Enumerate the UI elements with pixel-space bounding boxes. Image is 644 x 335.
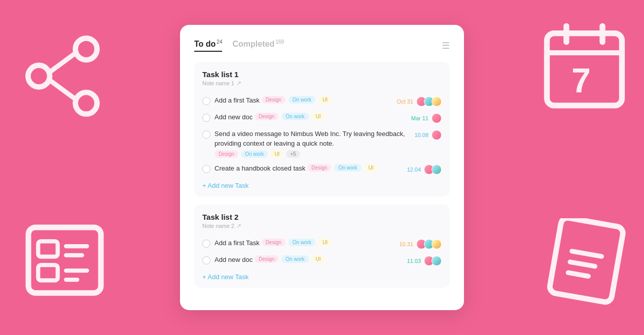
task-meta: 11.03 <box>407 255 442 266</box>
task-date: Mar 11 <box>411 115 428 121</box>
task-date: 10.31 <box>399 241 413 247</box>
avatar <box>432 96 442 107</box>
tab-completed-count: 169 <box>275 39 284 45</box>
svg-rect-5 <box>547 34 622 106</box>
task-tag: UI <box>312 113 325 120</box>
calendar-icon-decoration: 7 <box>540 20 629 114</box>
svg-line-18 <box>572 251 601 256</box>
task-tag: On work <box>289 96 315 104</box>
task-content: Add a first TaskDesignOn workUI <box>214 239 395 248</box>
task-section-1: Task list 1Note name 1 ↗Add a first Task… <box>194 62 450 196</box>
add-task-button[interactable]: + Add new Task <box>202 272 248 282</box>
task-checkbox[interactable] <box>202 97 210 105</box>
task-text: Add a first Task <box>214 96 260 105</box>
task-tag: UI <box>270 150 283 158</box>
task-tag: UI <box>318 239 332 246</box>
table-row: Add new docDesignOn workUIMar 11 <box>202 110 442 126</box>
tab-todo[interactable]: To do24 <box>194 39 222 52</box>
svg-line-4 <box>50 80 76 99</box>
task-text: Add new doc <box>214 255 253 264</box>
task-checkbox[interactable] <box>202 114 210 122</box>
table-row: Add a first TaskDesignOn workUI10.31 <box>202 236 442 252</box>
task-date: 10.08 <box>414 132 428 138</box>
tab-completed-label: Completed <box>232 40 274 48</box>
svg-rect-17 <box>549 218 624 303</box>
svg-point-0 <box>28 65 50 87</box>
task-tag: Design <box>262 239 285 246</box>
task-section-2: Task list 2Note name 2 ↗Add a first Task… <box>194 205 450 288</box>
tabs-bar: To do24 Completed169 ☰ <box>194 39 450 52</box>
task-content: Add a first TaskDesignOn workUI <box>214 96 393 105</box>
task-avatars <box>432 113 442 123</box>
table-row: Add a first TaskDesignOn workUIOct 31 <box>202 93 442 110</box>
task-meta: 12.04 <box>407 164 442 175</box>
task-avatars <box>432 130 442 140</box>
svg-line-3 <box>50 53 76 72</box>
task-meta: Oct 31 <box>397 96 442 107</box>
task-checkbox[interactable] <box>202 256 210 264</box>
task-tag: On work <box>241 150 268 158</box>
task-avatars <box>416 239 442 249</box>
tab-todo-label: To do <box>194 40 216 48</box>
svg-line-20 <box>568 273 588 276</box>
task-tag: On work <box>281 255 308 263</box>
svg-point-2 <box>76 92 97 114</box>
task-avatars <box>424 256 442 266</box>
avatar <box>432 113 442 123</box>
task-avatars <box>424 164 442 175</box>
task-text: Send a video message to Nimbus Web Inc. … <box>214 129 410 149</box>
tab-completed[interactable]: Completed169 <box>232 39 283 52</box>
task-tag: UI <box>318 96 332 104</box>
task-checkbox[interactable] <box>202 130 210 139</box>
task-tag: Design <box>214 150 238 158</box>
task-tag: Design <box>262 96 285 104</box>
task-text: Create a handbook closed task <box>214 164 305 173</box>
task-checkbox[interactable] <box>202 240 210 248</box>
task-meta: 10.08 <box>414 129 442 140</box>
task-meta: Mar 11 <box>411 113 442 123</box>
note-link-icon: ↗ <box>236 80 241 87</box>
avatar <box>432 130 442 140</box>
task-tag: On work <box>289 239 315 246</box>
tabs-left: To do24 Completed169 <box>194 39 284 52</box>
task-avatars <box>416 96 442 107</box>
task-tag: Design <box>255 255 278 263</box>
task-tag: On work <box>281 113 308 120</box>
task-content: Add new docDesignOn workUI <box>214 255 403 264</box>
task-checkbox[interactable] <box>202 165 210 173</box>
note-link-icon: ↗ <box>236 222 241 229</box>
task-tag: UI <box>312 255 325 263</box>
table-row: Send a video message to Nimbus Web Inc. … <box>202 126 442 161</box>
task-tag: Design <box>307 164 331 172</box>
tab-todo-count: 24 <box>217 39 222 45</box>
add-task-button[interactable]: + Add new Task <box>202 181 248 190</box>
task-meta: 10.31 <box>399 239 442 249</box>
svg-point-1 <box>76 38 97 60</box>
task-section-title-1: Task list 1 <box>202 70 442 79</box>
avatar <box>432 239 442 249</box>
task-date: 11.03 <box>407 258 421 264</box>
svg-line-19 <box>570 262 595 266</box>
share-icon-decoration <box>25 36 106 117</box>
table-row: Add new docDesignOn workUI11.03 <box>202 252 442 269</box>
main-card: To do24 Completed169 ☰ Task list 1Note n… <box>180 25 464 310</box>
filter-icon[interactable]: ☰ <box>442 40 450 51</box>
svg-text:7: 7 <box>571 61 591 99</box>
task-content: Add new docDesignOn workUI <box>214 113 407 122</box>
task-date: Oct 31 <box>397 98 413 105</box>
avatar <box>432 164 442 175</box>
task-section-title-2: Task list 2 <box>202 213 442 221</box>
task-content: Create a handbook closed taskDesignOn wo… <box>214 164 403 173</box>
task-tag: On work <box>334 164 361 172</box>
card2-icon-decoration <box>543 218 629 307</box>
task-tag: Design <box>255 113 278 120</box>
task-text: Add a first Task <box>214 239 260 248</box>
svg-rect-12 <box>38 265 58 280</box>
task-lists-container: Task list 1Note name 1 ↗Add a first Task… <box>194 62 450 288</box>
task-tag: +5 <box>286 150 300 158</box>
task-tags-row: DesignOn workUI+5 <box>214 150 410 158</box>
task-tag: UI <box>365 164 378 172</box>
task-section-note-1: Note name 1 ↗ <box>202 80 442 87</box>
task-content: Send a video message to Nimbus Web Inc. … <box>214 129 410 158</box>
avatar <box>432 256 442 266</box>
